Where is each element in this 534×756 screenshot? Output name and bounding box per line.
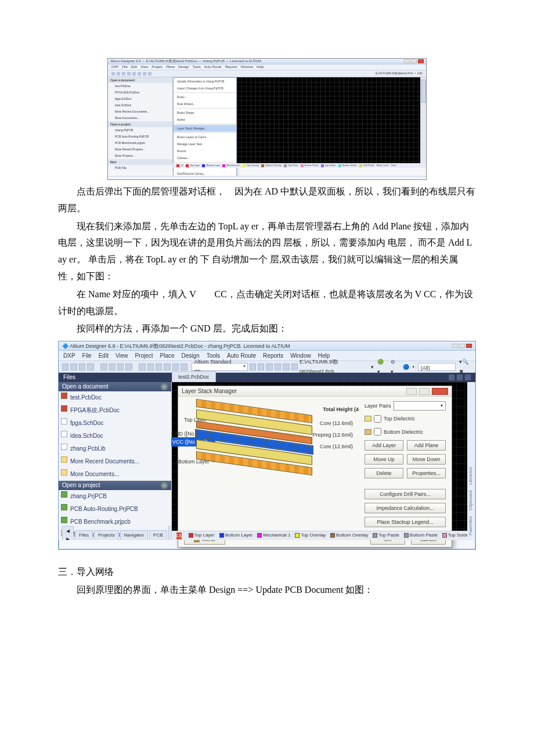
toolbar-icon[interactable] xyxy=(258,363,264,370)
toolbar-icon[interactable] xyxy=(117,363,124,370)
menu-item[interactable]: View xyxy=(116,351,128,361)
search-combo[interactable]: (All) xyxy=(417,71,423,75)
panel-item[interactable]: fpga.SchDoc xyxy=(108,96,172,102)
add-plane-button[interactable]: Add Plane xyxy=(407,440,446,451)
scroll-thumb[interactable] xyxy=(421,80,426,103)
layer-tab[interactable]: Bottom Overlay xyxy=(330,531,368,539)
panel-item[interactable]: fpga.SchDoc xyxy=(59,417,171,430)
delete-button[interactable]: Delete xyxy=(365,468,403,478)
layer-tab[interactable]: Mechanical 1 xyxy=(222,163,240,167)
toolbar-icon[interactable] xyxy=(87,363,93,370)
panel-item[interactable]: PCB File xyxy=(108,165,172,171)
toolbar-icon[interactable] xyxy=(109,363,116,370)
toolbar-icon[interactable] xyxy=(266,363,272,370)
menu-item[interactable]: Reports xyxy=(263,351,283,361)
stackup-preview[interactable]: Top Layer GND ([No Net]) VCC ([No Net]) … xyxy=(184,401,359,527)
menu-item[interactable]: Design xyxy=(178,64,189,70)
doc-tab[interactable]: test2.PcbDoc xyxy=(172,371,216,382)
vertical-scrollbar[interactable] xyxy=(420,77,426,163)
layer-tab[interactable]: Bottom Paste xyxy=(404,531,438,539)
configure-drill-pairs-button[interactable]: Configure Drill Pairs... xyxy=(365,489,446,499)
toolbar-icon[interactable] xyxy=(181,363,187,370)
layer-tab[interactable]: Bottom Layer xyxy=(219,531,253,539)
maximize-icon[interactable] xyxy=(459,344,465,348)
layer-tab[interactable]: Bottom Paste xyxy=(301,163,319,167)
toolbar-icon[interactable] xyxy=(172,363,179,370)
menu-item[interactable]: Auto Route xyxy=(204,64,222,70)
panel-item[interactable]: More Documents... xyxy=(59,468,171,481)
pin-icon[interactable] xyxy=(457,375,463,380)
properties-button[interactable]: Properties... xyxy=(407,468,446,478)
layer-tab[interactable]: Top Paste xyxy=(284,163,298,167)
menu-item[interactable]: Rooms xyxy=(174,147,236,154)
toolbar-icon[interactable] xyxy=(147,363,154,370)
menu-item[interactable]: Rule Wizard... xyxy=(174,100,236,107)
toolbar-icon[interactable] xyxy=(283,363,289,370)
panel-item[interactable]: More Projects... xyxy=(108,153,172,159)
layer-tab[interactable]: Mechanical 1 xyxy=(257,531,290,539)
panel-item[interactable]: More Recent Projects... xyxy=(108,146,172,153)
minimize-icon[interactable] xyxy=(452,344,458,348)
toolbar-icon[interactable] xyxy=(148,72,151,75)
menu-item[interactable]: Place xyxy=(166,64,175,70)
menu-bar[interactable]: DXPFileEditViewProjectPlaceDesignToolsAu… xyxy=(108,64,426,70)
ls-button[interactable]: LS xyxy=(176,532,182,539)
layer-tab[interactable]: Top Solder xyxy=(321,163,336,167)
view-combo[interactable]: Altium Standard 2D xyxy=(192,363,248,371)
panel-section-header[interactable]: New xyxy=(108,159,172,165)
toolbar-icon[interactable] xyxy=(138,72,141,75)
menu-item[interactable]: Import Changes from zhang.PrjPCB xyxy=(174,85,236,92)
minimize-icon[interactable] xyxy=(404,59,410,63)
close-icon[interactable] xyxy=(466,344,472,348)
collapse-icon[interactable] xyxy=(161,482,168,489)
layer-tab[interactable]: Top Overlay xyxy=(243,163,259,167)
close-icon[interactable] xyxy=(418,59,424,63)
maximize-icon[interactable] xyxy=(419,388,430,395)
menu-item[interactable]: DXP xyxy=(111,64,118,70)
panel-section-header[interactable]: Open a document xyxy=(108,77,172,83)
panel-item[interactable]: test.PcbDoc xyxy=(59,391,171,404)
toolbar-icon[interactable] xyxy=(100,363,107,370)
panel-item[interactable]: zhang.PcbLib xyxy=(59,442,171,455)
toolbar-icon[interactable] xyxy=(132,72,136,75)
panel-item[interactable]: idea.SchDoc xyxy=(108,102,172,109)
menu-item[interactable]: DXP xyxy=(63,351,75,361)
layer-tab[interactable]: Top Paste xyxy=(373,531,399,539)
sidebar-tab[interactable]: PCB xyxy=(149,530,167,540)
toolbar-icon[interactable] xyxy=(275,363,281,370)
layer-tabs[interactable]: LSTop LayerBottom LayerMechanical 1Top O… xyxy=(173,163,426,168)
close-icon[interactable] xyxy=(432,388,448,395)
menu-item[interactable]: Window xyxy=(241,64,253,70)
menu-item[interactable]: Netlist xyxy=(174,116,236,123)
panel-item[interactable]: idea.SchDoc xyxy=(59,430,171,442)
top-dielectric-checkbox[interactable] xyxy=(374,415,381,423)
panel-item[interactable]: test.PcbDoc xyxy=(108,83,172,89)
menu-item[interactable]: Project xyxy=(135,351,153,361)
sidebar-tab[interactable]: Navigator xyxy=(120,530,148,540)
menu-item[interactable]: Board Layers & Colors... xyxy=(174,134,236,141)
toolbar-icon[interactable] xyxy=(111,72,115,75)
menu-item[interactable]: Tools xyxy=(193,64,201,70)
move-down-button[interactable]: Move Down xyxy=(407,454,446,465)
menu-item[interactable]: Classes... xyxy=(174,154,236,161)
panel-section-header[interactable]: Open a project xyxy=(59,481,171,490)
toolbar-icon[interactable] xyxy=(127,72,131,75)
right-tab[interactable]: Favorites xyxy=(467,516,475,535)
search-combo[interactable]: (All) xyxy=(418,363,456,371)
layer-tab[interactable]: Top Layer xyxy=(186,163,200,167)
panel-item[interactable]: FPGA系统.PcbDoc xyxy=(59,404,171,417)
menu-item[interactable]: Project xyxy=(151,64,163,70)
panel-item[interactable]: PCB Benchmark.prjpcb xyxy=(59,516,171,528)
menu-item[interactable]: Edit xyxy=(99,351,109,361)
toolbar-icon[interactable] xyxy=(79,363,85,370)
panel-item[interactable]: zhang.PrjPCB xyxy=(108,127,172,134)
toolbar-icon[interactable] xyxy=(122,72,125,75)
menu-item[interactable]: View xyxy=(140,64,148,70)
maximize-icon[interactable] xyxy=(411,59,417,63)
toolbar-icon[interactable] xyxy=(250,363,256,370)
panel-header-buttons[interactable] xyxy=(449,375,471,380)
toolbar-icon[interactable] xyxy=(139,363,145,370)
nav-arrows[interactable]: ◀ ▶ xyxy=(62,526,74,540)
menu-item[interactable]: Update Schematics in zhang.PrjPCB xyxy=(174,78,236,85)
sidebar-tab[interactable]: Projects xyxy=(94,530,119,540)
